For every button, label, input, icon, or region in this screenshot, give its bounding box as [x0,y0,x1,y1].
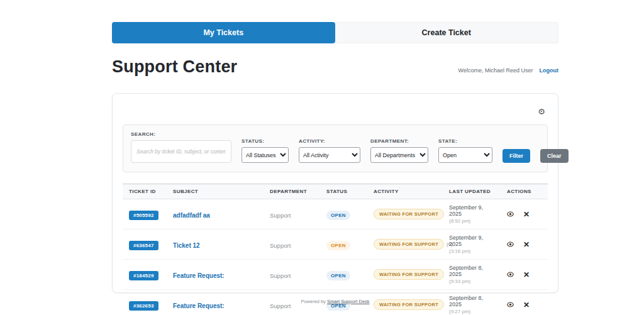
department-select[interactable]: All Departments [370,147,428,163]
last-updated-date: September 8, 2025 [449,265,494,277]
last-updated-time: (3:16 pm) [449,248,494,254]
tab-create-ticket[interactable]: Create Ticket [335,22,559,43]
smart-support-desk-link[interactable]: Smart Support Desk [327,299,370,304]
tickets-table: TICKET ID SUBJECT DEPARTMENT STATUS ACTI… [123,184,548,315]
table-row: #184529 Feature Request: Support OPEN WA… [123,260,548,290]
col-header-actions: ACTIONS [501,184,548,199]
status-select[interactable]: All Statuses [242,147,289,163]
filter-button[interactable]: Filter [502,149,530,163]
ticket-subject-link[interactable]: Ticket 12 [173,242,200,249]
table-row: #505592 adfadfadf aa Support OPEN WAITIN… [123,199,548,229]
ticket-subject-link[interactable]: Feature Request: [173,302,225,309]
filter-panel: SEARCH: STATUS: All Statuses ACTIVITY: A… [123,124,548,172]
ticket-department: Support [270,302,291,309]
state-group: STATE: Open [438,138,492,163]
last-updated-date: September 9, 2025 [449,235,494,247]
view-eye-icon[interactable] [507,302,514,307]
ticket-id-badge[interactable]: #362653 [129,301,158,311]
welcome-text: Welcome, Michael Reed User [458,67,533,74]
gear-row: ⚙ [123,102,548,116]
page-title: Support Center [112,57,237,77]
activity-badge: WAITING FOR SUPPORT [374,239,444,250]
department-group: DEPARTMENT: All Departments [370,138,428,163]
view-eye-icon[interactable] [507,211,514,217]
tab-bar: My Tickets Create Ticket [112,22,558,43]
activity-select[interactable]: All Activity [299,147,360,163]
tickets-card: ⚙ SEARCH: STATUS: All Statuses ACTIVITY:… [112,93,558,293]
last-updated-time: (8:52 pm) [449,218,494,224]
status-badge: OPEN [326,241,350,250]
search-group: SEARCH: [131,131,231,163]
ticket-department: Support [270,242,291,249]
table-row: #636547 Ticket 12 Support OPEN WAITING F… [123,229,548,260]
status-badge: OPEN [326,211,350,220]
col-header-activity: ACTIVITY [367,184,443,199]
status-badge: OPEN [326,271,350,280]
heading-row: Support Center Welcome, Michael Reed Use… [112,57,558,77]
view-eye-icon[interactable] [507,241,514,247]
state-select[interactable]: Open [438,147,492,163]
department-label: DEPARTMENT: [370,138,428,144]
ticket-subject-link[interactable]: adfadfadf aa [173,212,210,219]
col-header-subject: SUBJECT [167,184,264,199]
last-updated-time: (9:27 pm) [449,309,494,314]
clear-button[interactable]: Clear [540,149,569,163]
activity-label: ACTIVITY: [299,138,360,144]
col-header-last-updated: LAST UPDATED [443,184,501,199]
activity-badge: WAITING FOR SUPPORT [374,209,444,219]
last-updated-time: (9:33 pm) [449,279,494,284]
activity-group: ACTIVITY: All Activity [299,138,360,163]
powered-by-text: Powered by [301,299,326,304]
status-group: STATUS: All Statuses [242,138,289,163]
user-area: Welcome, Michael Reed User Logout [458,67,558,74]
ticket-subject-link[interactable]: Feature Request: [173,272,225,279]
ticket-id-badge[interactable]: #505592 [129,211,158,220]
view-eye-icon[interactable] [507,272,514,277]
settings-gear-icon[interactable]: ⚙ [538,108,545,116]
status-label: STATUS: [242,138,289,144]
ticket-id-badge[interactable]: #184529 [129,271,158,280]
ticket-id-badge[interactable]: #636547 [129,241,158,250]
delete-x-icon[interactable]: ✕ [523,241,530,248]
last-updated-date: September 9, 2025 [449,204,494,217]
activity-badge: WAITING FOR SUPPORT [374,269,444,280]
col-header-department: DEPARTMENT [264,184,320,199]
page-container: My Tickets Create Ticket Support Center … [112,22,558,304]
delete-x-icon[interactable]: ✕ [523,211,530,218]
delete-x-icon[interactable]: ✕ [523,271,530,279]
search-input[interactable] [131,140,231,163]
col-header-ticket-id: TICKET ID [123,184,167,199]
tab-my-tickets[interactable]: My Tickets [112,22,335,43]
table-header-row: TICKET ID SUBJECT DEPARTMENT STATUS ACTI… [123,184,548,199]
col-header-status: STATUS [320,184,367,199]
state-label: STATE: [438,138,492,144]
search-label: SEARCH: [131,131,231,137]
delete-x-icon[interactable]: ✕ [523,301,530,309]
logout-link[interactable]: Logout [540,67,559,74]
ticket-department: Support [270,212,291,219]
activity-badge: WAITING FOR SUPPORT [374,299,444,310]
ticket-department: Support [270,272,291,279]
